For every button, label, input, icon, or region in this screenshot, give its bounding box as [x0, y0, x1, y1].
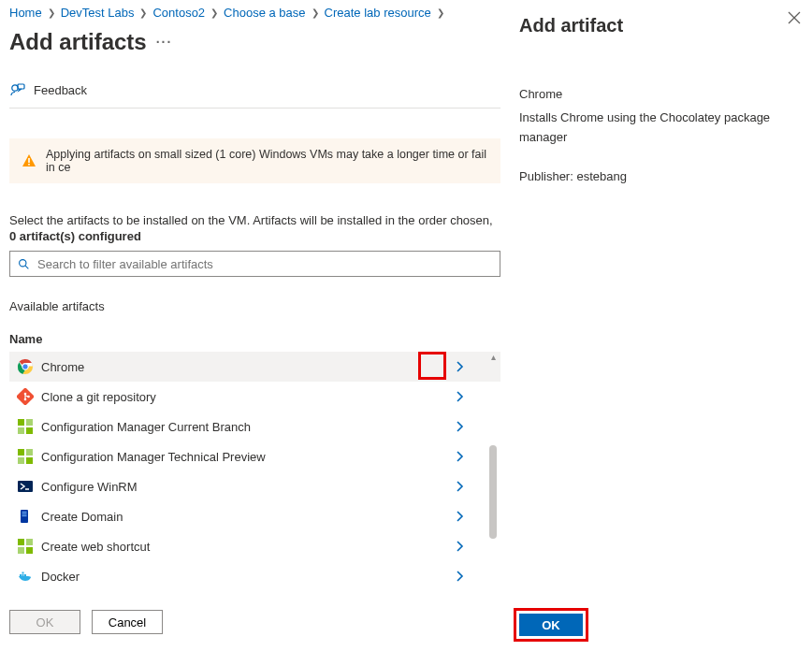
chevron-right-icon: ❯ [312, 7, 319, 18]
breadcrumb: Home ❯ DevTest Labs ❯ Contoso2 ❯ Choose … [9, 6, 500, 20]
artifact-label: Configuration Manager Technical Preview [41, 450, 456, 464]
chevron-right-icon[interactable] [456, 511, 478, 522]
artifact-row[interactable]: Chrome [9, 352, 500, 382]
artifact-row[interactable]: Clone a git repository [9, 382, 500, 412]
svg-rect-22 [22, 574, 24, 576]
page-title: Add artifacts ··· [9, 29, 500, 55]
more-menu-button[interactable]: ··· [156, 35, 173, 50]
panel-title: Add artifact [519, 15, 806, 36]
scroll-thumb[interactable] [489, 445, 497, 539]
chevron-right-icon[interactable] [456, 481, 478, 492]
feedback-button[interactable]: Feedback [9, 81, 500, 98]
svg-line-5 [25, 266, 28, 268]
breadcrumb-home[interactable]: Home [9, 6, 42, 20]
artifact-row[interactable]: Configuration Manager Technical Preview [9, 441, 500, 471]
svg-rect-20 [22, 515, 27, 516]
artifact-label: Create web shortcut [41, 540, 456, 554]
artifact-label: Configure WinRM [41, 480, 456, 494]
artifact-row[interactable]: Configuration Manager Current Branch [9, 412, 500, 441]
docker-icon [9, 568, 41, 585]
artifact-row[interactable]: Docker [9, 561, 500, 591]
warning-icon [21, 152, 36, 169]
breadcrumb-devtestlabs[interactable]: DevTest Labs [61, 6, 135, 20]
close-button[interactable] [788, 11, 801, 24]
column-header-name: Name [9, 332, 500, 352]
artifact-label: Clone a git repository [41, 390, 456, 404]
artifact-description: Installs Chrome using the Chocolatey pac… [519, 108, 806, 148]
artifact-label: Chrome [41, 360, 456, 374]
breadcrumb-create-lab-resource[interactable]: Create lab resource [325, 6, 431, 20]
svg-point-4 [20, 259, 26, 266]
artifact-label: Docker [41, 570, 456, 584]
artifact-row[interactable]: Configure WinRM [9, 471, 500, 501]
svg-rect-2 [28, 158, 30, 163]
search-input[interactable] [9, 251, 500, 277]
cancel-button[interactable]: Cancel [92, 610, 163, 634]
ok-button: OK [9, 610, 80, 634]
chevron-right-icon: ❯ [210, 7, 218, 18]
chevron-right-icon[interactable] [456, 541, 478, 552]
panel-ok-button[interactable]: OK [519, 614, 583, 636]
warning-notice: Applying artifacts on small sized (1 cor… [9, 138, 500, 183]
feedback-label: Feedback [34, 83, 87, 97]
chevron-right-icon[interactable] [456, 571, 478, 582]
svg-rect-23 [24, 574, 26, 576]
chevron-right-icon[interactable] [456, 451, 478, 462]
chevron-right-icon: ❯ [437, 7, 444, 18]
svg-rect-3 [28, 164, 30, 166]
divider [9, 108, 500, 108]
chevron-right-icon[interactable] [456, 361, 478, 372]
svg-rect-24 [22, 572, 24, 574]
search-field[interactable] [37, 257, 492, 271]
artifact-list: ChromeClone a git repositoryConfiguratio… [9, 352, 500, 591]
artifact-label: Configuration Manager Current Branch [41, 420, 456, 434]
chevron-right-icon: ❯ [48, 7, 55, 18]
scrollbar[interactable]: ▴ [487, 352, 499, 591]
artifact-name: Chrome [519, 85, 806, 105]
git-icon [9, 388, 41, 405]
breadcrumb-choose-base[interactable]: Choose a base [224, 6, 305, 20]
tiles-icon [9, 418, 41, 435]
search-icon [18, 258, 30, 270]
configured-count: 0 artifact(s) configured [9, 229, 500, 243]
instruction-text: Select the artifacts to be installed on … [9, 213, 500, 243]
chevron-right-icon[interactable] [456, 391, 478, 402]
feedback-icon [9, 81, 26, 98]
breadcrumb-contoso2[interactable]: Contoso2 [152, 6, 205, 20]
artifact-label: Create Domain [41, 510, 456, 524]
chevron-right-icon: ❯ [139, 7, 147, 18]
server-icon [9, 508, 41, 525]
svg-rect-1 [18, 84, 24, 89]
powershell-icon [9, 478, 41, 495]
svg-rect-21 [20, 574, 22, 576]
artifact-publisher: Publisher: estebang [519, 167, 806, 187]
scroll-up-icon[interactable]: ▴ [487, 352, 499, 363]
warning-text: Applying artifacts on small sized (1 cor… [46, 148, 489, 174]
svg-rect-18 [22, 512, 27, 513]
tiles-icon [9, 448, 41, 465]
svg-point-0 [12, 85, 18, 91]
artifact-row[interactable]: Create Domain [9, 501, 500, 531]
svg-rect-19 [22, 514, 27, 514]
chrome-icon [9, 358, 41, 375]
add-artifact-panel: Add artifact Chrome Installs Chrome usin… [510, 0, 812, 651]
tiles-icon [9, 538, 41, 555]
artifact-row[interactable]: Create web shortcut [9, 531, 500, 561]
chevron-right-icon[interactable] [456, 421, 478, 432]
available-artifacts-heading: Available artifacts [9, 299, 500, 313]
